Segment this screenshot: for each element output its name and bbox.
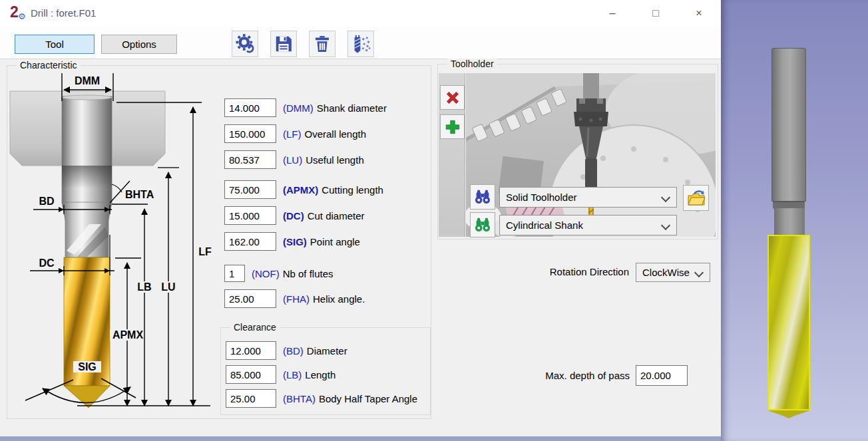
field-row-bhta: (BHTA) Body Half Taper Angle <box>226 389 417 408</box>
red-x-icon <box>444 89 461 106</box>
sig-label: Point angle <box>310 236 360 247</box>
dmm-input[interactable] <box>224 98 276 117</box>
bd-code: (BD) <box>283 345 304 357</box>
gear-refresh-icon <box>234 33 256 55</box>
lb-label: Length <box>305 369 335 380</box>
tool-wear-button[interactable] <box>347 31 374 57</box>
fha-label: Helix angle. <box>313 293 365 305</box>
bhta-label: Body Half Taper Angle <box>319 393 417 404</box>
nof-input[interactable] <box>224 265 245 282</box>
toolholder-group-label: Toolholder <box>447 59 497 69</box>
lf-code: (LF) <box>283 128 302 140</box>
dc-label: Cut diameter <box>308 210 365 221</box>
lu-code: (LU) <box>283 154 302 166</box>
open-toolholder-file-button[interactable] <box>683 185 709 211</box>
dc-input[interactable] <box>224 206 276 225</box>
search-toolholder-button[interactable] <box>470 184 495 210</box>
bd-label: Diameter <box>307 345 347 357</box>
field-row-bd: (BD) Diameter <box>226 341 347 360</box>
diagram-label-lf: LF <box>198 246 212 257</box>
3d-drill-flutes <box>767 235 810 410</box>
diagram-label-dmm: DMM <box>75 75 100 86</box>
shank-type-select[interactable]: Cylindrical Shank <box>499 215 677 235</box>
field-row-dmm: (DMM) Shank diameter <box>224 98 387 117</box>
characteristic-group-label: Characteristic <box>17 60 81 71</box>
dmm-label: Shank diameter <box>317 102 387 114</box>
lu-input[interactable] <box>224 150 276 169</box>
nof-code: (NOF) <box>252 268 280 279</box>
shank-type-value: Cylindrical Shank <box>506 220 583 231</box>
chevron-down-icon <box>661 193 670 202</box>
bd-input[interactable] <box>226 341 276 360</box>
maximize-button[interactable]: □ <box>639 0 672 27</box>
diagram-label-bhta: BHTA <box>125 189 154 200</box>
green-binoculars-icon <box>475 217 491 233</box>
tab-tool[interactable]: Tool <box>15 35 95 54</box>
diagram-label-sig: SIG <box>78 361 97 372</box>
blue-binoculars-icon <box>475 189 491 205</box>
drill-dialog-window: 2⚙ Drill : foret.F01 – □ × Tool Options <box>0 0 722 436</box>
clearance-group-label: Clearance <box>230 322 280 333</box>
diagram-label-lu: LU <box>161 281 175 293</box>
topsolid-logo-icon: 2⚙ <box>10 5 27 23</box>
3d-viewport[interactable] <box>721 0 868 441</box>
close-button[interactable]: × <box>682 0 716 27</box>
lf-label: Overall length <box>305 128 367 140</box>
lb-input[interactable] <box>226 365 276 384</box>
apmx-input[interactable] <box>224 180 276 199</box>
minimize-button[interactable]: – <box>596 0 629 27</box>
fha-input[interactable] <box>224 289 276 308</box>
dc-code: (DC) <box>283 210 304 221</box>
toolholder-type-select[interactable]: Solid Toolholder <box>499 187 677 208</box>
field-row-apmx: (APMX) Cutting length <box>224 180 383 199</box>
3d-drill-shank <box>771 48 806 202</box>
max-depth-label: Max. depth of pass <box>525 370 630 381</box>
3d-drill-neck <box>774 208 805 235</box>
field-row-sig: (SIG) Point angle <box>224 232 360 251</box>
fha-code: (FHA) <box>283 293 310 305</box>
field-row-lb: (LB) Length <box>226 365 335 384</box>
apmx-label: Cutting length <box>322 184 383 196</box>
field-row-dc: (DC) Cut diameter <box>224 206 365 225</box>
nof-label: Nb of flutes <box>283 268 333 279</box>
diagram-label-bd: BD <box>39 196 54 207</box>
delete-button[interactable] <box>309 31 335 57</box>
toolholder-preview-image <box>466 73 716 237</box>
lb-code: (LB) <box>283 369 302 380</box>
search-shank-button[interactable] <box>470 212 495 237</box>
lf-input[interactable] <box>224 124 276 143</box>
apmx-code: (APMX) <box>283 184 318 196</box>
tool-chips-icon <box>351 34 371 54</box>
field-row-nof: (NOF) Nb of flutes <box>224 264 333 283</box>
add-toolholder-button[interactable] <box>440 114 465 139</box>
chevron-down-icon <box>661 221 670 230</box>
bhta-code: (BHTA) <box>283 393 316 404</box>
save-button[interactable] <box>270 31 297 57</box>
rotation-direction-select[interactable]: ClockWise <box>636 263 710 282</box>
sig-input[interactable] <box>224 232 276 251</box>
drill-dimension-diagram: DMM BHTA BD DC SIG APMX LB <box>8 70 216 412</box>
lu-label: Useful length <box>306 154 364 166</box>
machining-settings-button[interactable] <box>232 31 258 57</box>
dmm-code: (DMM) <box>283 102 314 114</box>
diagram-label-dc: DC <box>39 257 55 269</box>
toolholder-type-value: Solid Toolholder <box>506 192 576 203</box>
field-row-lf: (LF) Overall length <box>224 124 366 143</box>
field-row-lu: (LU) Useful length <box>224 150 364 169</box>
save-icon <box>274 34 294 54</box>
bhta-input[interactable] <box>226 389 276 408</box>
rotation-direction-value: ClockWise <box>642 267 690 278</box>
tab-options[interactable]: Options <box>101 35 177 54</box>
open-folder-icon <box>687 190 706 207</box>
trash-icon <box>312 34 332 54</box>
remove-toolholder-button[interactable] <box>440 85 465 110</box>
window-bottom-edge <box>0 436 721 441</box>
sig-code: (SIG) <box>283 236 307 247</box>
chevron-down-icon <box>694 268 704 277</box>
green-plus-icon <box>444 118 461 136</box>
max-depth-input[interactable] <box>636 365 688 386</box>
diagram-label-lb: LB <box>137 281 151 293</box>
screen: { "window": { "title": "Drill : foret.F0… <box>0 0 868 441</box>
title-bar: 2⚙ Drill : foret.F01 – □ × <box>0 0 721 27</box>
3d-drill-tip <box>767 410 810 418</box>
